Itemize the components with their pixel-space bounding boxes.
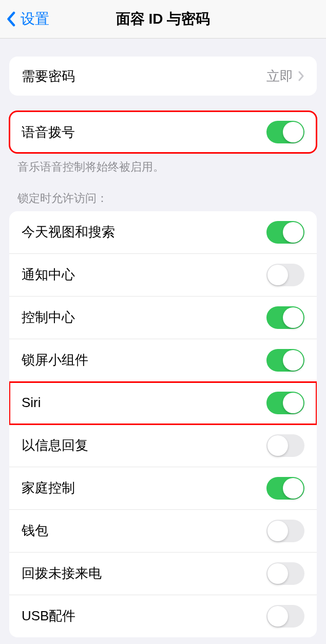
lock-access-row: USB配件 xyxy=(9,595,317,637)
voice-dial-footer: 音乐语音控制将始终被启用。 xyxy=(0,153,326,175)
page-title: 面容 ID 与密码 xyxy=(116,9,210,29)
voice-dial-section: 语音拨号 xyxy=(9,111,317,153)
lock-access-toggle[interactable] xyxy=(266,477,304,500)
lock-access-row: 控制中心 xyxy=(9,297,317,339)
lock-access-label: Siri xyxy=(22,395,41,411)
lock-access-label: USB配件 xyxy=(22,607,75,625)
lock-access-row: 锁屏小组件 xyxy=(9,339,317,382)
lock-access-toggle[interactable] xyxy=(266,392,304,414)
lock-access-toggle[interactable] xyxy=(266,221,304,244)
lock-access-label: 以信息回复 xyxy=(22,436,88,454)
lock-access-toggle[interactable] xyxy=(266,562,304,585)
lock-access-toggle[interactable] xyxy=(266,605,304,628)
lock-access-row: 家庭控制 xyxy=(9,467,317,510)
lock-access-row: 通知中心 xyxy=(9,254,317,297)
back-button[interactable]: 设置 xyxy=(0,9,49,29)
lock-access-section: 今天视图和搜索通知中心控制中心锁屏小组件Siri以信息回复家庭控制钱包回拨未接来… xyxy=(9,211,317,637)
chevron-left-icon xyxy=(6,11,15,27)
lock-access-label: 锁屏小组件 xyxy=(22,351,88,369)
chevron-right-icon xyxy=(298,71,304,81)
lock-access-toggle[interactable] xyxy=(266,520,304,542)
lock-access-header: 锁定时允许访问： xyxy=(0,175,326,211)
lock-access-label: 钱包 xyxy=(22,522,48,540)
lock-access-footer: iPhone 锁定超过一小时后，需先解锁 iPhone 才能允许USB 配件连接… xyxy=(0,637,326,644)
lock-access-row: 今天视图和搜索 xyxy=(9,211,317,254)
lock-access-label: 家庭控制 xyxy=(22,479,75,497)
require-passcode-value: 立即 xyxy=(266,67,293,85)
voice-dial-label: 语音拨号 xyxy=(22,123,75,141)
lock-access-toggle[interactable] xyxy=(266,264,304,286)
lock-access-toggle[interactable] xyxy=(266,306,304,329)
voice-dial-toggle[interactable] xyxy=(266,121,304,143)
require-passcode-row[interactable]: 需要密码 立即 xyxy=(9,57,317,96)
lock-access-row: 以信息回复 xyxy=(9,425,317,467)
require-passcode-section: 需要密码 立即 xyxy=(9,57,317,96)
voice-dial-row: 语音拨号 xyxy=(9,111,317,153)
back-label: 设置 xyxy=(21,9,49,29)
lock-access-label: 回拨未接来电 xyxy=(22,564,102,582)
lock-access-toggle[interactable] xyxy=(266,349,304,372)
nav-bar: 设置 面容 ID 与密码 xyxy=(0,0,326,39)
lock-access-row: Siri xyxy=(9,382,317,425)
lock-access-row: 回拨未接来电 xyxy=(9,553,317,595)
lock-access-label: 控制中心 xyxy=(22,308,75,326)
lock-access-label: 今天视图和搜索 xyxy=(22,223,115,241)
lock-access-row: 钱包 xyxy=(9,510,317,553)
require-passcode-label: 需要密码 xyxy=(22,67,75,85)
lock-access-label: 通知中心 xyxy=(22,266,75,284)
lock-access-toggle[interactable] xyxy=(266,434,304,457)
